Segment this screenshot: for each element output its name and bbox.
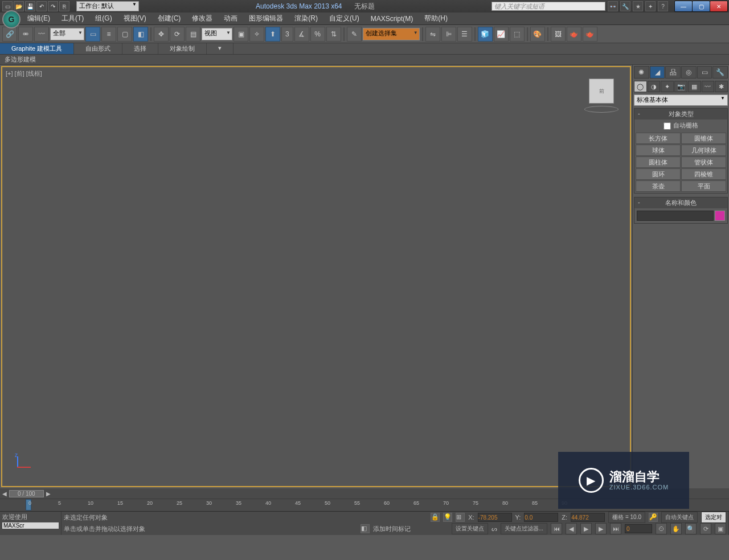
rollout-header-namecolor[interactable]: 名称和颜色: [634, 197, 727, 208]
percent-snap-icon[interactable]: %: [310, 27, 325, 42]
menu-help[interactable]: 帮助(H): [419, 12, 453, 25]
maxscript-mini-listener[interactable]: MAXScr: [2, 522, 59, 529]
align-icon[interactable]: ⊫: [441, 27, 456, 42]
modify-tab-icon[interactable]: ◢: [650, 66, 665, 79]
link-icon[interactable]: 🔗: [2, 27, 17, 42]
close-button[interactable]: ✕: [710, 1, 728, 12]
keyboard-shortcut-icon[interactable]: ⬆: [265, 27, 280, 42]
curve-editor-icon[interactable]: 📈: [494, 27, 509, 42]
move-icon[interactable]: ✥: [154, 27, 169, 42]
viewcube-ring[interactable]: [584, 106, 619, 113]
menu-modifiers[interactable]: 修改器: [186, 12, 218, 25]
menu-tools[interactable]: 工具(T): [56, 12, 89, 25]
tube-button[interactable]: 管状体: [681, 157, 726, 168]
timeslider-next-icon[interactable]: ▶: [46, 491, 51, 497]
spacewarps-icon[interactable]: 〰: [702, 81, 715, 92]
lock-selection-icon[interactable]: 🔒: [431, 513, 440, 522]
goto-start-icon[interactable]: ⏮: [551, 523, 562, 534]
create-tab-icon[interactable]: ✺: [634, 66, 649, 79]
rollout-header-objecttype[interactable]: 对象类型: [634, 109, 727, 120]
wrench-icon[interactable]: 🔧: [620, 1, 630, 11]
key-filters-button[interactable]: 关键点过滤器...: [501, 523, 547, 534]
named-sel-edit-icon[interactable]: ✎: [347, 27, 362, 42]
menu-create[interactable]: 创建(C): [152, 12, 187, 25]
render-production-icon[interactable]: 🫖: [583, 27, 597, 42]
help-icon[interactable]: ?: [658, 1, 668, 11]
redo-icon[interactable]: ↷: [48, 1, 58, 11]
key-mode-icon[interactable]: ᔕ: [492, 525, 497, 533]
menu-group[interactable]: 组(G): [89, 12, 117, 25]
selection-set-dropdown[interactable]: 选定对: [701, 512, 726, 523]
ribbon-expand-icon[interactable]: ▾: [207, 43, 234, 54]
geometry-icon[interactable]: ◯: [634, 81, 647, 92]
select-object-icon[interactable]: ▭: [85, 27, 100, 42]
menu-graph[interactable]: 图形编辑器: [243, 12, 289, 25]
binoculars-icon[interactable]: 👓: [608, 1, 618, 11]
save-icon[interactable]: 💾: [25, 1, 35, 11]
timeslider-prev-icon[interactable]: ◀: [2, 491, 7, 497]
snap-toggle-icon[interactable]: 3: [281, 27, 293, 42]
menu-customize[interactable]: 自定义(U): [323, 12, 365, 25]
menu-views[interactable]: 视图(V): [118, 12, 152, 25]
setkey-button[interactable]: 设置关键点: [452, 523, 488, 534]
next-frame-icon[interactable]: ▶: [595, 523, 607, 534]
isolate-icon[interactable]: 💡: [443, 513, 452, 522]
schematic-view-icon[interactable]: ⬚: [510, 27, 525, 42]
layer-manager-icon[interactable]: ☰: [457, 27, 472, 42]
x-coord-input[interactable]: [478, 513, 512, 522]
category-dropdown[interactable]: 标准基本体: [634, 94, 728, 106]
menu-edit[interactable]: 编辑(E): [22, 12, 56, 25]
tab-graphite[interactable]: Graphite 建模工具: [0, 43, 74, 54]
material-editor-icon[interactable]: 🎨: [530, 27, 545, 42]
time-config-icon[interactable]: ⏲: [656, 523, 667, 534]
sphere-button[interactable]: 球体: [636, 145, 681, 156]
ref-coord-system[interactable]: 视图: [202, 28, 232, 40]
nav-orbit-icon[interactable]: ⟳: [700, 523, 711, 534]
cameras-icon[interactable]: 📷: [674, 81, 687, 92]
viewcube[interactable]: 前: [584, 79, 619, 113]
motion-tab-icon[interactable]: ◎: [681, 66, 697, 79]
object-name-input[interactable]: [637, 211, 714, 221]
plane-button[interactable]: 平面: [681, 180, 726, 192]
named-selection-set[interactable]: 创建选择集: [363, 28, 420, 40]
viewport-front[interactable]: [+] [前] [线框] 前 z: [1, 66, 631, 487]
open-icon[interactable]: 📂: [14, 1, 24, 11]
autokey-button[interactable]: 自动关键点: [661, 512, 698, 523]
maximize-button[interactable]: ▢: [692, 1, 710, 12]
help-search-input[interactable]: 键入关键字或短语: [492, 2, 605, 11]
menu-animation[interactable]: 动画: [218, 12, 243, 25]
window-crossing-icon[interactable]: ◧: [133, 27, 148, 42]
scale-icon[interactable]: ▤: [186, 27, 200, 42]
teapot-button[interactable]: 茶壶: [636, 180, 681, 192]
add-time-tag[interactable]: 添加时间标记: [373, 525, 411, 533]
tab-freeform[interactable]: 自由形式: [74, 43, 122, 54]
menu-maxscript[interactable]: MAXScript(M): [365, 13, 419, 24]
angle-snap-icon[interactable]: ∡: [294, 27, 309, 42]
ribbon-panel-label[interactable]: 多边形建模: [0, 55, 729, 65]
minimize-button[interactable]: —: [674, 1, 693, 12]
tab-selection[interactable]: 选择: [122, 43, 158, 54]
rendered-frame-icon[interactable]: 🫖: [567, 27, 581, 42]
bind-space-warp-icon[interactable]: 〰: [34, 27, 49, 42]
link-icon[interactable]: ⎘: [59, 1, 69, 11]
viewport-label[interactable]: [+] [前] [线框]: [6, 69, 42, 78]
display-tab-icon[interactable]: ▭: [697, 66, 712, 79]
selection-lock-icon[interactable]: ⊞: [456, 513, 465, 522]
systems-icon[interactable]: ✱: [715, 81, 728, 92]
spinner-snap-icon[interactable]: ⇅: [326, 27, 341, 42]
rect-region-icon[interactable]: ▢: [117, 27, 132, 42]
cylinder-button[interactable]: 圆柱体: [636, 157, 681, 168]
box-button[interactable]: 长方体: [636, 133, 681, 144]
geosphere-button[interactable]: 几何球体: [681, 145, 726, 156]
autogrid-checkbox[interactable]: [664, 122, 671, 130]
shapes-icon[interactable]: ◑: [648, 81, 661, 92]
current-frame-input[interactable]: [625, 524, 652, 533]
play-icon[interactable]: ▶: [580, 523, 592, 534]
render-setup-icon[interactable]: 🖼: [551, 27, 566, 42]
application-button[interactable]: G: [2, 10, 21, 28]
select-manipulate-icon[interactable]: ✧: [249, 27, 264, 42]
pivot-center-icon[interactable]: ▣: [234, 27, 248, 42]
cone-button[interactable]: 圆锥体: [681, 133, 726, 144]
mirror-icon[interactable]: ⇋: [425, 27, 440, 42]
selection-filter[interactable]: 全部: [50, 28, 84, 40]
